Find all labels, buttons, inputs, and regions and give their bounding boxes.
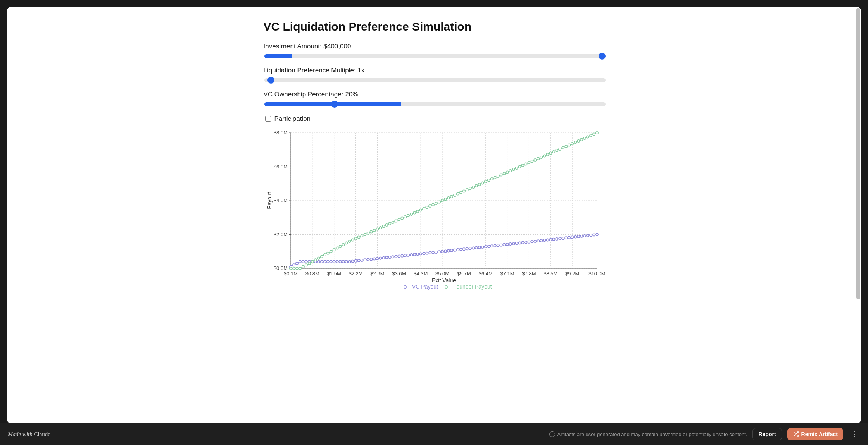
svg-point-160: [323, 254, 326, 256]
svg-point-161: [326, 252, 329, 254]
svg-point-213: [487, 179, 490, 181]
svg-point-221: [512, 168, 514, 170]
svg-point-59: [320, 260, 323, 263]
svg-point-77: [376, 257, 378, 259]
svg-text:$10.0M: $10.0M: [588, 271, 605, 277]
svg-point-122: [515, 242, 518, 244]
svg-point-101: [450, 249, 452, 251]
svg-point-194: [428, 205, 431, 207]
svg-point-192: [422, 208, 425, 210]
svg-point-126: [528, 241, 530, 243]
svg-point-234: [552, 151, 555, 153]
svg-point-142: [577, 235, 579, 238]
svg-point-108: [472, 247, 474, 249]
svg-point-155: [308, 262, 310, 265]
svg-point-184: [398, 218, 400, 221]
participation-label: Participation: [274, 115, 311, 123]
svg-point-148: [595, 233, 598, 235]
svg-point-63: [333, 260, 335, 263]
svg-point-226: [528, 162, 530, 164]
svg-point-116: [497, 244, 499, 246]
svg-point-50: [292, 264, 295, 266]
svg-text:$7.1M: $7.1M: [500, 271, 514, 277]
svg-point-134: [552, 238, 555, 241]
svg-point-228: [534, 159, 536, 161]
svg-point-227: [531, 160, 533, 162]
svg-point-62: [330, 260, 332, 263]
svg-point-79: [382, 257, 385, 259]
svg-point-123: [518, 242, 521, 244]
report-button[interactable]: Report: [752, 428, 782, 440]
svg-point-178: [379, 227, 381, 229]
liquidation-multiple-value: 1x: [357, 67, 364, 74]
svg-point-215: [494, 176, 496, 179]
svg-point-153: [302, 265, 304, 268]
svg-point-121: [512, 242, 514, 245]
svg-point-85: [401, 254, 403, 257]
svg-point-145: [586, 234, 588, 237]
svg-point-156: [311, 260, 313, 263]
svg-point-237: [562, 146, 564, 149]
participation-control[interactable]: Participation: [264, 115, 605, 123]
svg-point-171: [357, 236, 360, 238]
svg-point-175: [370, 230, 372, 233]
svg-point-183: [395, 220, 397, 222]
more-options-button[interactable]: ⋮: [849, 428, 860, 440]
svg-point-200: [447, 197, 449, 199]
investment-amount-slider[interactable]: [264, 54, 606, 58]
svg-point-233: [549, 152, 552, 154]
svg-point-61: [326, 260, 329, 263]
svg-point-177: [376, 228, 378, 230]
svg-point-83: [395, 255, 397, 258]
footer-disclaimer: i Artifacts are user-generated and may c…: [549, 431, 747, 437]
remix-artifact-button[interactable]: Remix Artifact: [787, 428, 843, 440]
svg-point-78: [379, 257, 381, 259]
svg-point-131: [543, 239, 545, 241]
svg-point-168: [348, 240, 350, 242]
svg-point-124: [521, 241, 524, 244]
svg-point-205: [462, 190, 465, 192]
svg-text:$5.0M: $5.0M: [435, 271, 449, 277]
participation-checkbox[interactable]: [265, 116, 271, 122]
svg-point-140: [571, 236, 573, 238]
made-with-brand: Claude: [34, 431, 51, 437]
svg-point-235: [556, 149, 558, 151]
svg-point-110: [478, 246, 480, 249]
svg-point-211: [481, 182, 483, 184]
svg-point-135: [556, 238, 558, 240]
ownership-percentage-slider[interactable]: [264, 102, 606, 106]
svg-text:$7.8M: $7.8M: [522, 271, 536, 277]
svg-point-107: [469, 247, 471, 249]
svg-point-209: [475, 184, 477, 187]
svg-point-138: [565, 237, 567, 239]
svg-point-199: [444, 198, 446, 200]
svg-text:$2.0M: $2.0M: [273, 232, 287, 237]
svg-point-127: [531, 241, 533, 243]
svg-point-225: [525, 163, 527, 165]
svg-point-91: [419, 253, 421, 255]
investment-amount-label: Investment Amount: $400,000: [264, 43, 605, 50]
svg-point-197: [438, 201, 440, 203]
svg-point-169: [351, 239, 354, 241]
svg-point-190: [416, 210, 418, 213]
svg-point-139: [568, 236, 570, 239]
svg-point-217: [500, 174, 502, 176]
payout-chart: $0.0M$2.0M$4.0M$6.0M$8.0M$0.1M$0.8M$1.5M…: [264, 129, 605, 292]
svg-point-170: [354, 237, 357, 240]
liquidation-multiple-label: Liquidation Preference Multiple: 1x: [264, 67, 605, 74]
svg-point-202: [453, 194, 456, 196]
svg-point-172: [361, 235, 363, 237]
liquidation-multiple-slider[interactable]: [264, 78, 606, 82]
svg-point-129: [537, 240, 539, 242]
svg-point-73: [364, 259, 366, 261]
svg-point-117: [500, 244, 502, 246]
scrollbar[interactable]: [856, 8, 860, 299]
remix-artifact-label: Remix Artifact: [801, 431, 838, 437]
svg-point-220: [509, 170, 511, 172]
svg-point-203: [456, 192, 459, 195]
svg-point-93: [425, 252, 428, 254]
svg-point-163: [333, 249, 335, 251]
svg-point-152: [299, 267, 301, 270]
svg-point-182: [392, 221, 394, 223]
svg-point-248: [595, 132, 598, 134]
